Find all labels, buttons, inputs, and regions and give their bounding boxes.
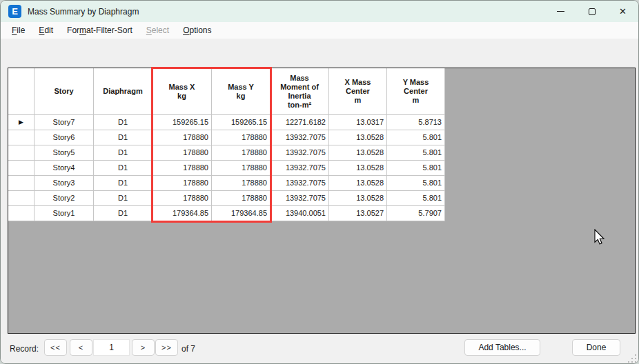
table-area: StoryDiaphragmMass X kgMass Y kgMass Mom… bbox=[8, 68, 636, 334]
close-icon: ✕ bbox=[619, 6, 627, 17]
table-cell[interactable]: 13.0528 bbox=[329, 130, 387, 145]
column-header: X Mass Center m bbox=[329, 68, 387, 115]
add-tables-button[interactable]: Add Tables... bbox=[464, 339, 540, 356]
table-cell[interactable]: 178880 bbox=[212, 145, 271, 161]
table-cell[interactable]: 13.0528 bbox=[329, 191, 387, 206]
table-cell[interactable]: 13932.7075 bbox=[271, 161, 329, 176]
table-row: Story4D117888017888013932.707513.05285.8… bbox=[8, 161, 445, 176]
column-header: Mass X kg bbox=[153, 68, 212, 115]
table-cell[interactable]: 178880 bbox=[153, 161, 212, 176]
resize-grip[interactable] bbox=[628, 354, 636, 363]
data-grid: StoryDiaphragmMass X kgMass Y kgMass Mom… bbox=[8, 68, 445, 221]
record-last-button[interactable]: >> bbox=[155, 339, 178, 356]
menu-item-options[interactable]: Options bbox=[176, 23, 218, 37]
table-cell[interactable]: 13.0528 bbox=[329, 145, 387, 161]
table-cell[interactable]: 178880 bbox=[153, 176, 212, 191]
record-first-button[interactable]: << bbox=[44, 339, 67, 356]
table-cell[interactable]: 5.801 bbox=[387, 176, 445, 191]
table-cell[interactable]: 159265.15 bbox=[153, 115, 212, 130]
table-cell[interactable]: D1 bbox=[94, 206, 153, 221]
table-cell[interactable]: 178880 bbox=[153, 130, 212, 145]
menu-item-file[interactable]: File bbox=[5, 23, 32, 37]
table-cell[interactable]: D1 bbox=[94, 115, 153, 130]
table-cell[interactable]: 178880 bbox=[153, 145, 212, 161]
table-cell[interactable]: Story1 bbox=[35, 206, 94, 221]
table-cell[interactable]: 5.801 bbox=[387, 161, 445, 176]
table-cell[interactable]: 13932.7075 bbox=[271, 130, 329, 145]
menu-item-select: Select bbox=[139, 23, 176, 37]
table-cell[interactable]: 5.801 bbox=[387, 130, 445, 145]
column-header: Y Mass Center m bbox=[387, 68, 445, 115]
table-cell[interactable]: 178880 bbox=[212, 176, 271, 191]
table-row: Story3D117888017888013932.707513.05285.8… bbox=[8, 176, 445, 191]
table-cell[interactable]: D1 bbox=[94, 191, 153, 206]
table-cell[interactable]: 13940.0051 bbox=[271, 206, 329, 221]
menu-item-edit[interactable]: Edit bbox=[32, 23, 60, 37]
title-bar: E Mass Summary by Diaphragm ✕ bbox=[1, 1, 638, 22]
table-cell[interactable]: 178880 bbox=[153, 191, 212, 206]
table-cell[interactable]: 5.801 bbox=[387, 145, 445, 161]
row-selector[interactable] bbox=[8, 176, 35, 191]
table-cell[interactable]: D1 bbox=[94, 176, 153, 191]
row-selector[interactable] bbox=[8, 130, 35, 145]
close-button[interactable]: ✕ bbox=[607, 1, 638, 22]
table-cell[interactable]: 5.801 bbox=[387, 191, 445, 206]
table-row: ▶Story7D1159265.15159265.1512271.618213.… bbox=[8, 115, 445, 130]
table-cell[interactable]: 179364.85 bbox=[153, 206, 212, 221]
menu-item-format-filter-sort[interactable]: Format-Filter-Sort bbox=[60, 23, 139, 37]
table-row: Story2D117888017888013932.707513.05285.8… bbox=[8, 191, 445, 206]
row-selector[interactable]: ▶ bbox=[8, 115, 35, 130]
table-cell[interactable]: 178880 bbox=[212, 130, 271, 145]
table-cell[interactable]: 13.0528 bbox=[329, 176, 387, 191]
column-header: Mass Y kg bbox=[212, 68, 271, 115]
table-cell[interactable]: Story4 bbox=[35, 161, 94, 176]
column-header: Diaphragm bbox=[94, 68, 153, 115]
info-bar: Units: As Noted Hidden Columns: No Sort:… bbox=[1, 39, 638, 68]
table-cell[interactable]: 13.0528 bbox=[329, 161, 387, 176]
record-next-button[interactable]: > bbox=[132, 339, 155, 356]
row-selector[interactable] bbox=[8, 206, 35, 221]
table-cell[interactable]: Story7 bbox=[35, 115, 94, 130]
table-cell[interactable]: 5.8713 bbox=[387, 115, 445, 130]
record-label: Record: bbox=[10, 344, 39, 354]
window-title: Mass Summary by Diaphragm bbox=[28, 7, 139, 17]
etabs-app-icon: E bbox=[8, 5, 21, 18]
table-row: Story5D117888017888013932.707513.05285.8… bbox=[8, 145, 445, 161]
maximize-button[interactable] bbox=[576, 1, 607, 22]
table-cell[interactable]: Story5 bbox=[35, 145, 94, 161]
table-cell[interactable]: D1 bbox=[94, 145, 153, 161]
table-cell[interactable]: 13.0527 bbox=[329, 206, 387, 221]
table-cell[interactable]: 13932.7075 bbox=[271, 191, 329, 206]
minimize-icon bbox=[557, 11, 564, 12]
minimize-button[interactable] bbox=[545, 1, 576, 22]
table-cell[interactable]: 5.7907 bbox=[387, 206, 445, 221]
table-cell[interactable]: 179364.85 bbox=[212, 206, 271, 221]
table-cell[interactable]: Story6 bbox=[35, 130, 94, 145]
column-header: Story bbox=[35, 68, 94, 115]
row-selector[interactable] bbox=[8, 145, 35, 161]
record-number-input[interactable] bbox=[93, 339, 130, 356]
done-button[interactable]: Done bbox=[572, 339, 620, 356]
table-row: Story6D117888017888013932.707513.05285.8… bbox=[8, 130, 445, 145]
table-cell[interactable]: Story2 bbox=[35, 191, 94, 206]
table-cell[interactable]: 13.0317 bbox=[329, 115, 387, 130]
footer-bar: Record: << < > >> of 7 Add Tables... Don… bbox=[1, 334, 638, 364]
table-cell[interactable]: Story3 bbox=[35, 176, 94, 191]
table-cell[interactable]: 159265.15 bbox=[212, 115, 271, 130]
table-cell[interactable]: D1 bbox=[94, 130, 153, 145]
maximize-icon bbox=[589, 8, 596, 15]
table-cell[interactable]: D1 bbox=[94, 161, 153, 176]
mass-summary-dialog: E Mass Summary by Diaphragm ✕ FileEditFo… bbox=[0, 0, 639, 364]
table-cell[interactable]: 13932.7075 bbox=[271, 176, 329, 191]
table-cell[interactable]: 13932.7075 bbox=[271, 145, 329, 161]
table-cell[interactable]: 178880 bbox=[212, 161, 271, 176]
record-prev-button[interactable]: < bbox=[70, 339, 92, 356]
column-header: Mass Moment of Inertia ton-m² bbox=[271, 68, 329, 115]
table-cell[interactable]: 178880 bbox=[212, 191, 271, 206]
table-cell[interactable]: 12271.6182 bbox=[271, 115, 329, 130]
record-count-label: of 7 bbox=[181, 344, 195, 354]
menu-bar: FileEditFormat-Filter-SortSelectOptions bbox=[1, 22, 638, 39]
row-selector[interactable] bbox=[8, 191, 35, 206]
row-selector-header bbox=[8, 68, 35, 115]
row-selector[interactable] bbox=[8, 161, 35, 176]
